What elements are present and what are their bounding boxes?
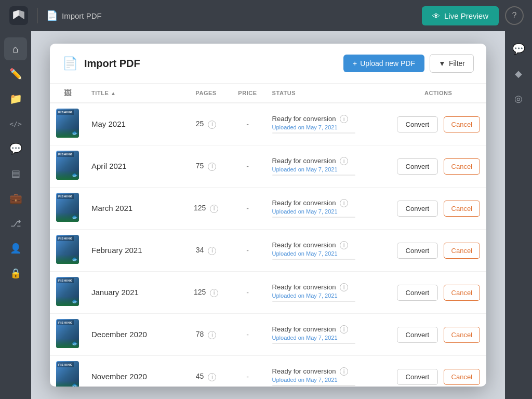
status-cell: Ready for conversion i Uploaded on May 7… bbox=[266, 188, 391, 230]
lock-icon: 🔒 bbox=[10, 268, 21, 279]
price-cell: - bbox=[230, 145, 266, 188]
thumbnail-cell: fishing 🐟 bbox=[50, 230, 85, 272]
share-icon: ⎇ bbox=[10, 218, 21, 229]
right-sidebar-target[interactable]: ◎ bbox=[507, 87, 530, 110]
status-cell: Ready for conversion i Uploaded on May 7… bbox=[266, 103, 391, 145]
pages-info-icon[interactable]: i bbox=[208, 121, 216, 129]
pages-info-icon[interactable]: i bbox=[208, 331, 216, 339]
convert-button[interactable]: Convert bbox=[397, 243, 438, 259]
col-title-header[interactable]: TITLE ▲ bbox=[85, 84, 183, 103]
status-info-icon[interactable]: i bbox=[340, 199, 348, 207]
sidebar-item-folder[interactable]: 📁 bbox=[4, 87, 27, 110]
status-info-icon[interactable]: i bbox=[340, 283, 348, 291]
upload-pdf-button[interactable]: + Upload new PDF bbox=[343, 55, 424, 72]
help-button[interactable]: ? bbox=[505, 6, 524, 25]
topbar-divider bbox=[37, 8, 38, 23]
pdf-table-container: 🖼 TITLE ▲ PAGES PRICE STATUS ACTIONS fis bbox=[50, 84, 486, 387]
pdf-title: February 2021 bbox=[91, 246, 142, 255]
convert-button[interactable]: Convert bbox=[397, 201, 438, 217]
status-bar bbox=[272, 385, 355, 386]
col-actions-header: ACTIONS bbox=[391, 84, 486, 103]
thumbnail-cell: fishing 🐟 bbox=[50, 188, 85, 230]
status-bar bbox=[272, 217, 355, 218]
users-icon: 👤 bbox=[10, 243, 21, 254]
discord-icon: ◆ bbox=[515, 68, 522, 79]
image-icon: 🖼 bbox=[64, 89, 72, 97]
table-row: fishing 🐟 March 2021 125 i - Ready for c… bbox=[50, 188, 486, 230]
upload-date: Uploaded on May 7, 2021 bbox=[272, 166, 384, 172]
status-label: Ready for conversion i bbox=[272, 283, 384, 292]
convert-button[interactable]: Convert bbox=[397, 285, 438, 301]
pages-cell: 125 i bbox=[183, 188, 230, 230]
cancel-button[interactable]: Cancel bbox=[444, 285, 480, 301]
status-info-icon[interactable]: i bbox=[340, 241, 348, 249]
pages-info-icon[interactable]: i bbox=[210, 205, 218, 213]
sidebar-item-chat[interactable]: 💬 bbox=[4, 137, 27, 160]
layers-icon: ▤ bbox=[11, 168, 20, 179]
convert-button[interactable]: Convert bbox=[397, 327, 438, 343]
actions-cell: Convert Cancel bbox=[391, 272, 486, 314]
sidebar-item-code[interactable]: </> bbox=[4, 112, 27, 135]
right-sidebar-comment[interactable]: 💬 bbox=[507, 37, 530, 60]
upload-date: Uploaded on May 7, 2021 bbox=[272, 292, 384, 299]
status-bar bbox=[272, 175, 355, 176]
left-sidebar: ⌂ ✏️ 📁 </> 💬 ▤ 💼 ⎇ 👤 🔒 bbox=[0, 31, 31, 399]
title-cell: November 2020 bbox=[85, 356, 183, 387]
thumbnail-image: fishing 🐟 bbox=[56, 235, 79, 264]
import-pdf-modal: 📄 Import PDF + Upload new PDF ▼ Filter 🖼 bbox=[50, 44, 486, 387]
plus-icon: + bbox=[353, 59, 357, 68]
pages-info-icon[interactable]: i bbox=[208, 163, 216, 171]
live-preview-button[interactable]: 👁 Live Preview bbox=[422, 6, 499, 25]
price-cell: - bbox=[230, 230, 266, 272]
price-cell: - bbox=[230, 272, 266, 314]
title-cell: April 2021 bbox=[85, 145, 183, 188]
cancel-button[interactable]: Cancel bbox=[444, 327, 480, 343]
thumbnail-image: fishing 🐟 bbox=[56, 319, 79, 348]
cancel-button[interactable]: Cancel bbox=[444, 369, 480, 385]
title-cell: February 2021 bbox=[85, 230, 183, 272]
status-info-icon[interactable]: i bbox=[340, 325, 348, 334]
convert-button[interactable]: Convert bbox=[397, 116, 438, 132]
status-info-icon[interactable]: i bbox=[340, 157, 348, 165]
cancel-button[interactable]: Cancel bbox=[444, 243, 480, 259]
logo bbox=[8, 5, 29, 26]
thumbnail-image: fishing 🐟 bbox=[56, 193, 79, 222]
upload-date: Uploaded on May 7, 2021 bbox=[272, 377, 384, 383]
actions-cell: Convert Cancel bbox=[391, 314, 486, 356]
pages-info-icon[interactable]: i bbox=[208, 373, 216, 381]
pages-info-icon[interactable]: i bbox=[208, 247, 216, 255]
topbar-page-title: Import PDF bbox=[62, 11, 422, 20]
sidebar-item-layers[interactable]: ▤ bbox=[4, 162, 27, 185]
filter-button[interactable]: ▼ Filter bbox=[430, 54, 474, 73]
pages-info-icon[interactable]: i bbox=[210, 289, 218, 297]
col-thumbnail: 🖼 bbox=[50, 84, 85, 103]
sidebar-item-briefcase[interactable]: 💼 bbox=[4, 187, 27, 210]
filter-icon: ▼ bbox=[438, 59, 446, 68]
pdf-title: December 2020 bbox=[91, 330, 147, 339]
sidebar-item-home[interactable]: ⌂ bbox=[4, 37, 27, 60]
folder-icon: 📁 bbox=[9, 92, 22, 105]
status-cell: Ready for conversion i Uploaded on May 7… bbox=[266, 272, 391, 314]
status-label: Ready for conversion i bbox=[272, 367, 384, 376]
table-row: fishing 🐟 May 2021 25 i - Ready for conv… bbox=[50, 103, 486, 145]
sidebar-item-users[interactable]: 👤 bbox=[4, 237, 27, 260]
sidebar-item-share[interactable]: ⎇ bbox=[4, 212, 27, 235]
convert-button[interactable]: Convert bbox=[397, 369, 438, 385]
sidebar-item-pencil[interactable]: ✏️ bbox=[4, 62, 27, 85]
sidebar-item-lock[interactable]: 🔒 bbox=[4, 262, 27, 285]
status-info-icon[interactable]: i bbox=[340, 115, 348, 123]
cancel-button[interactable]: Cancel bbox=[444, 201, 480, 217]
cancel-button[interactable]: Cancel bbox=[444, 116, 480, 132]
status-cell: Ready for conversion i Uploaded on May 7… bbox=[266, 356, 391, 387]
convert-button[interactable]: Convert bbox=[397, 158, 438, 175]
status-cell: Ready for conversion i Uploaded on May 7… bbox=[266, 230, 391, 272]
table-header-row: 🖼 TITLE ▲ PAGES PRICE STATUS ACTIONS bbox=[50, 84, 486, 103]
status-cell: Ready for conversion i Uploaded on May 7… bbox=[266, 145, 391, 188]
main-content: 📄 Import PDF + Upload new PDF ▼ Filter 🖼 bbox=[31, 31, 505, 399]
actions-cell: Convert Cancel bbox=[391, 230, 486, 272]
right-sidebar-discord[interactable]: ◆ bbox=[507, 62, 530, 85]
pdf-table: 🖼 TITLE ▲ PAGES PRICE STATUS ACTIONS fis bbox=[50, 84, 486, 387]
pencil-icon: ✏️ bbox=[9, 68, 22, 80]
cancel-button[interactable]: Cancel bbox=[444, 158, 480, 175]
status-info-icon[interactable]: i bbox=[340, 367, 348, 376]
